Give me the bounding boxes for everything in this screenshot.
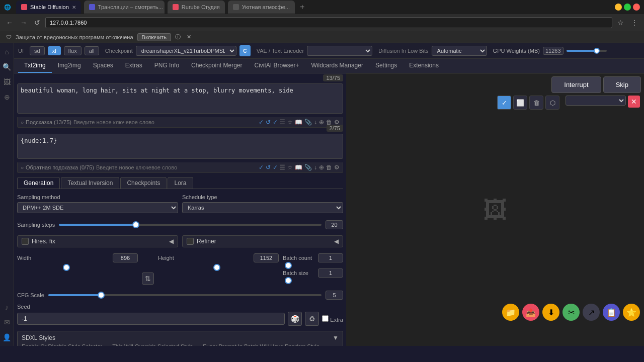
sampling-method-select[interactable]: DPM++ 2M SDE [17,202,178,213]
mode-sd-btn[interactable]: sd [30,46,45,55]
nav-tab-txt2img[interactable]: Txt2img [18,59,52,73]
sdxl-collapse-icon[interactable]: ▼ [333,334,339,341]
tool-circle-expand[interactable]: ↗ [583,304,600,321]
neg-book-icon-1[interactable]: 📖 [295,164,302,171]
batch-size-value[interactable]: 1 [318,268,343,278]
forward-btn[interactable]: → [18,18,29,28]
nav-tab-pnginfo[interactable]: PNG Info [148,59,185,73]
tab-close-sd[interactable]: ✕ [72,5,76,10]
height-thumb[interactable] [213,264,220,271]
sampling-steps-value[interactable]: 20 [326,220,343,229]
gen-tab-textual-inversion[interactable]: Textual Inversion [61,177,119,189]
refiner-checkbox[interactable] [187,238,194,245]
hires-checkbox[interactable] [22,238,29,245]
tool-icon-4[interactable]: ⬡ [545,96,559,110]
hires-arrow-icon[interactable]: ◀ [169,238,174,245]
nav-tab-settings[interactable]: Settings [369,59,403,73]
interrupt-btn[interactable]: Interrupt [551,76,601,93]
tool-circle-star[interactable]: ⭐ [623,304,640,321]
neg-check-icon-1[interactable]: ✓ [259,164,264,171]
sidebar-icon-search[interactable]: 🔍 [2,61,13,72]
sidebar-icon-mail[interactable]: ✉ [2,317,13,328]
prompt-rotate-icon-1[interactable]: ↺ [266,119,271,126]
maximize-btn[interactable] [624,4,631,11]
refresh-btn[interactable]: ↺ [32,18,42,28]
vae-select[interactable] [307,46,372,56]
address-bar[interactable] [45,17,612,28]
tool-red-btn[interactable]: ✕ [628,96,640,108]
security-enable-btn[interactable]: Включить [137,33,171,41]
tool-circle-folder[interactable]: 📁 [502,304,519,321]
neg-copy-icon-1[interactable]: ⊕ [319,164,324,171]
neg-settings-icon-1[interactable]: ⚙ [334,164,340,171]
tool-icon-3[interactable]: 🗑 [529,96,543,110]
tab-other3[interactable]: Уютная атмосфе... [228,1,295,14]
seed-input[interactable] [17,313,285,325]
cfg-scale-thumb[interactable] [98,292,105,299]
nav-tab-civitai[interactable]: CivitAI Browser+ [249,59,305,73]
nav-tab-checkpoint[interactable]: Checkpoint Merger [185,59,248,73]
sampling-steps-thumb[interactable] [132,221,139,228]
refiner-arrow-icon[interactable]: ◀ [334,238,339,245]
close-btn[interactable] [633,4,640,11]
neg-star-icon-1[interactable]: ☆ [287,164,293,171]
prompt-star-icon-1[interactable]: ☆ [287,119,293,126]
nav-tab-extras[interactable]: Extras [119,59,148,73]
extra-checkbox[interactable] [322,315,329,322]
sampling-steps-slider[interactable] [59,224,321,226]
mode-xl-btn[interactable]: xl [48,46,61,55]
neg-list-icon-1[interactable]: ☰ [280,164,285,171]
gen-tab-generation[interactable]: Generation [17,177,60,189]
new-tab-btn[interactable]: + [298,3,306,12]
cfg-scale-slider[interactable] [48,294,321,296]
nav-tab-spaces[interactable]: Spaces [87,59,119,73]
prompt-clip-icon-1[interactable]: 📎 [304,119,312,126]
mode-flux-btn[interactable]: flux [64,46,82,55]
sdxl-header[interactable]: SDXL Styles ▼ [22,334,339,341]
skip-btn[interactable]: Skip [603,76,641,93]
neg-clip-icon-1[interactable]: 📎 [304,164,312,171]
tab-other2[interactable]: Rurube Студия [168,1,225,14]
keyword-input-negative[interactable] [96,164,257,170]
neg-arrow-icon-1[interactable]: ↓ [314,164,317,171]
tool-icon-1[interactable]: ✓ [497,96,511,110]
civit-icon[interactable]: C [239,45,251,56]
sidebar-icon-home[interactable]: ⌂ [2,46,13,57]
keyword-input-positive[interactable] [73,119,257,125]
seed-dice-btn[interactable]: 🎲 [288,312,302,326]
security-info-icon[interactable]: ⓘ [175,33,181,41]
gpu-slider-thumb[interactable] [594,48,600,54]
height-value[interactable]: 1152 [254,253,279,262]
tool-select[interactable] [566,96,626,106]
neg-trash-icon-1[interactable]: 🗑 [326,164,332,171]
prompt-check-icon-1[interactable]: ✓ [259,119,264,126]
prompt-book-icon-1[interactable]: 📖 [295,119,302,126]
security-close-icon[interactable]: ✕ [187,34,191,40]
positive-prompt-textarea[interactable]: beautiful woman, long hair, sits at nigh… [17,83,343,114]
menu-btn[interactable]: ⋮ [629,18,640,28]
batch-count-value[interactable]: 1 [318,253,343,262]
cfg-scale-value[interactable]: 5 [326,291,343,300]
bookmark-btn[interactable]: ☆ [615,18,626,28]
tool-circle-download[interactable]: ⬇ [542,304,559,321]
sidebar-icon-music[interactable]: ♪ [2,302,13,313]
minimize-btn[interactable] [615,4,622,11]
tool-icon-2[interactable]: ⬜ [513,96,527,110]
neg-rotate-icon-1[interactable]: ↺ [266,164,271,171]
nav-tab-extensions[interactable]: Extensions [403,59,445,73]
tool-circle-clipboard[interactable]: 📋 [603,304,620,321]
gen-tab-checkpoints[interactable]: Checkpoints [120,177,167,189]
batch-count-thumb[interactable] [285,262,292,269]
checkpoint-select[interactable]: dreamshaperXL_v21TurboDPMSDE.safet... [136,46,236,56]
prompt-arrow-icon-1[interactable]: ↓ [314,119,317,126]
tool-circle-upload[interactable]: 📤 [522,304,539,321]
prompt-list-icon-1[interactable]: ☰ [280,119,285,126]
prompt-check-icon-2[interactable]: ✓ [273,119,278,126]
tool-circle-scissors[interactable]: ✂ [562,304,580,321]
batch-size-thumb[interactable] [285,277,292,284]
diffusion-select[interactable]: Automatic [432,46,487,56]
sidebar-icon-image[interactable]: 🖼 [2,76,13,87]
width-value[interactable]: 896 [113,253,138,262]
negative-prompt-textarea[interactable]: {nude:1.7} [17,134,343,159]
swap-dimensions-btn[interactable]: ⇅ [142,273,154,285]
